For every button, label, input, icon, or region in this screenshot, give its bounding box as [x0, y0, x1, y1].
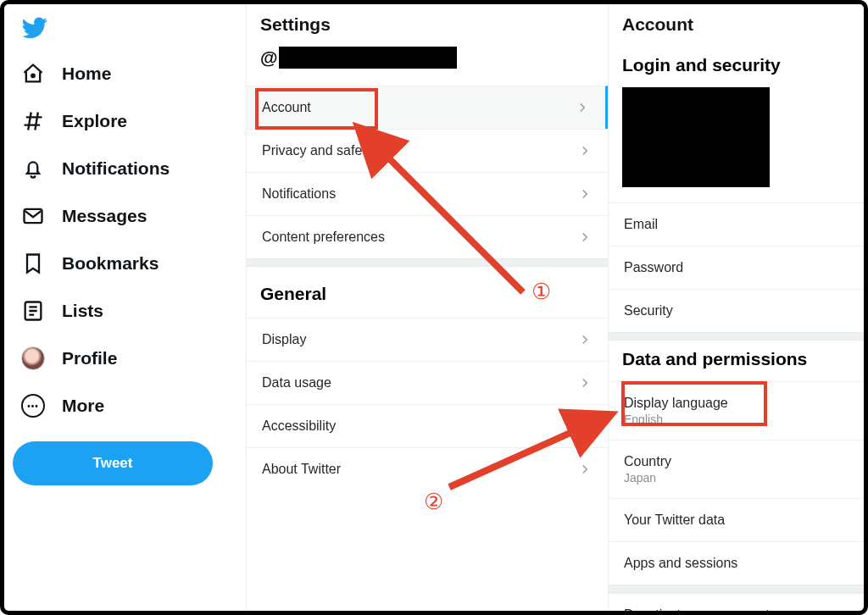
account-item-security[interactable]: Security [609, 289, 864, 332]
item-value: Japan [624, 471, 849, 485]
chevron-right-icon [577, 143, 593, 158]
account-divider [609, 585, 864, 593]
more-icon: ••• [21, 394, 45, 418]
item-label: About Twitter [262, 462, 341, 477]
redacted-block [622, 87, 770, 187]
avatar-icon [21, 346, 45, 370]
item-label: Password [624, 260, 849, 275]
settings-item-accessibility[interactable]: Accessibility [247, 404, 608, 447]
settings-general-title: General [247, 267, 608, 318]
nav-label: Bookmarks [62, 253, 159, 274]
settings-item-privacy[interactable]: Privacy and safety [247, 129, 608, 172]
account-item-apps-sessions[interactable]: Apps and sessions [609, 541, 864, 585]
account-item-display-language[interactable]: Display language English [609, 381, 864, 440]
mail-icon [21, 204, 45, 228]
item-label: Accessibility [262, 418, 336, 434]
tweet-button[interactable]: Tweet [13, 441, 213, 485]
settings-username: @ [247, 47, 608, 86]
hash-icon [21, 109, 45, 133]
settings-divider [247, 258, 608, 267]
nav-messages[interactable]: Messages [13, 192, 246, 240]
bell-icon [21, 157, 45, 180]
nav-label: Explore [62, 111, 127, 131]
settings-item-content[interactable]: Content preferences [247, 215, 608, 258]
settings-item-about[interactable]: About Twitter [247, 447, 608, 490]
nav-profile[interactable]: Profile [13, 335, 246, 382]
settings-item-notifications[interactable]: Notifications [247, 172, 608, 215]
redacted-username [279, 47, 457, 69]
account-item-email[interactable]: Email [609, 202, 864, 246]
item-label: Your Twitter data [624, 512, 849, 528]
settings-item-data-usage[interactable]: Data usage [247, 361, 608, 404]
annotation-number-1: ① [531, 279, 551, 305]
twitter-logo-icon [13, 11, 246, 50]
bookmark-icon [21, 252, 45, 275]
nav-label: Messages [62, 206, 147, 226]
nav-label: More [62, 396, 104, 416]
item-label: Security [624, 303, 849, 319]
chevron-right-icon [577, 332, 593, 347]
nav-notifications[interactable]: Notifications [13, 145, 246, 192]
item-label: Data usage [262, 375, 331, 391]
settings-item-account[interactable]: Account [247, 86, 608, 129]
nav-label: Lists [62, 301, 103, 321]
nav-label: Profile [62, 348, 117, 368]
nav-label: Notifications [62, 158, 170, 179]
chevron-right-icon [577, 186, 593, 202]
nav-more[interactable]: ••• More [13, 382, 246, 429]
nav-explore[interactable]: Explore [13, 97, 246, 145]
item-label: Notifications [262, 186, 336, 202]
chevron-right-icon [577, 462, 593, 477]
chevron-right-icon [577, 230, 593, 245]
item-label: Apps and sessions [624, 556, 849, 571]
item-label: Deactivate your account [624, 607, 849, 611]
primary-nav: Home Explore Notifications Messages Book [4, 4, 246, 611]
data-permissions-title: Data and permissions [609, 341, 864, 381]
home-icon [21, 62, 45, 86]
item-label: Country [624, 454, 849, 469]
item-label: Email [624, 217, 849, 232]
chevron-right-icon [577, 418, 593, 434]
item-label: Display [262, 332, 306, 347]
svg-point-0 [31, 75, 35, 78]
item-value: English [624, 413, 849, 426]
account-item-country[interactable]: Country Japan [609, 440, 864, 498]
item-label: Content preferences [262, 230, 385, 245]
settings-column: Settings @ Account Privacy and safety No… [246, 4, 609, 611]
account-item-twitter-data[interactable]: Your Twitter data [609, 498, 864, 541]
settings-title: Settings [247, 4, 608, 47]
list-icon [21, 299, 45, 323]
login-security-title: Login and security [609, 47, 864, 87]
item-label: Display language [624, 396, 849, 411]
nav-lists[interactable]: Lists [13, 287, 246, 335]
account-column: Account Login and security Email Passwor… [609, 4, 864, 611]
chevron-right-icon [575, 100, 590, 115]
item-label: Privacy and safety [262, 143, 373, 158]
at-symbol: @ [260, 47, 277, 68]
account-item-deactivate[interactable]: Deactivate your account [609, 593, 864, 611]
nav-bookmarks[interactable]: Bookmarks [13, 240, 246, 287]
nav-home[interactable]: Home [13, 50, 246, 97]
annotation-number-2: ② [424, 489, 443, 515]
account-item-password[interactable]: Password [609, 246, 864, 289]
item-label: Account [262, 100, 311, 115]
chevron-right-icon [577, 375, 593, 391]
nav-label: Home [62, 64, 111, 84]
account-divider [609, 332, 864, 341]
settings-item-display[interactable]: Display [247, 318, 608, 361]
account-title: Account [609, 4, 864, 47]
